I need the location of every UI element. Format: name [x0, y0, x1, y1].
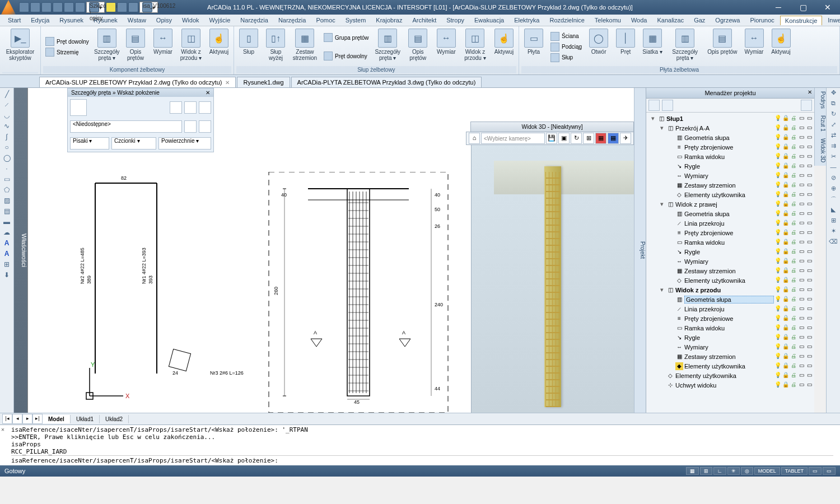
text-tool-icon[interactable]: A — [1, 238, 12, 248]
view3d-wire-icon[interactable]: ▦ — [608, 133, 619, 144]
view3d-orbit-icon[interactable]: ↻ — [571, 133, 582, 144]
cmd-close-icon[interactable]: ✕ — [1, 426, 4, 432]
explode-tool-icon[interactable]: ✶ — [828, 227, 839, 237]
fonts-select[interactable]: Czcionki ▾ — [111, 137, 156, 150]
qat-new-icon[interactable] — [19, 2, 29, 12]
bar-desc-button[interactable]: ▤Opis prętów — [123, 27, 148, 66]
front-view-button-2[interactable]: ◫Widok z przodu ▾ — [461, 27, 489, 66]
tree-row[interactable]: ▾◫Przekrój A-A💡🔒🖨▭▭ — [647, 123, 813, 133]
qat-save-icon[interactable] — [41, 2, 52, 12]
front-view-button[interactable]: ◫Widok z przodu ▾ — [178, 27, 204, 66]
tree-row[interactable]: ↔Wymiary💡🔒🖨▭▭ — [647, 342, 813, 352]
qat-bulb-icon[interactable] — [106, 2, 116, 12]
tree-row[interactable]: ↘Rygle💡🔒🖨▭▭ — [647, 247, 813, 256]
doc-tab[interactable]: Rysunek1.dwg — [237, 77, 290, 87]
camera-select[interactable]: <Wybierz kamerę> — [481, 133, 545, 144]
snap-toggle[interactable]: ▦ — [686, 467, 699, 475]
bar-button[interactable]: │Pręt — [613, 27, 638, 66]
menu-rozdzielnice[interactable]: Rozdzielnice — [545, 16, 589, 25]
erase-tool-icon[interactable]: ⌫ — [828, 238, 839, 248]
menu-edycja[interactable]: Edycja — [26, 16, 54, 25]
panel-mode3-icon[interactable] — [199, 101, 211, 114]
bar-details-button-3[interactable]: ▥Szczegóły pręta ▾ — [667, 27, 703, 66]
panel-preview-icon[interactable] — [70, 99, 87, 116]
dimension-button-2[interactable]: ↔Wymiar — [434, 27, 459, 66]
menu-woda[interactable]: Woda — [627, 16, 652, 25]
break-tool-icon[interactable]: ⊘ — [828, 174, 839, 184]
panel-mode1-icon[interactable] — [170, 101, 182, 114]
tree-row[interactable]: ▭Ramka widoku💡🔒🖨▭▭ — [647, 152, 813, 161]
tree-row[interactable]: ▾◫Słup1💡🔒🖨▭▭ — [647, 114, 813, 123]
minimize-button[interactable]: ─ — [766, 0, 791, 15]
join-tool-icon[interactable]: ⊕ — [828, 185, 839, 195]
layer-opt1-icon[interactable] — [184, 120, 197, 133]
menu-pomoc[interactable]: Pomoc — [311, 16, 339, 25]
any-bar-button-2[interactable]: Pręt dowolny — [323, 51, 370, 61]
tree-row[interactable]: ▾◫Widok z prawej💡🔒🖨▭▭ — [647, 199, 813, 209]
activate-button-3[interactable]: ☝Aktywuj — [769, 27, 794, 66]
slab-button[interactable]: ▭Płyta — [521, 27, 546, 66]
next-tab-icon[interactable]: ▸ — [22, 414, 32, 424]
menu-rysunek[interactable]: Rysunek — [55, 16, 88, 25]
surfaces-select[interactable]: Powierzchnie ▾ — [158, 137, 211, 150]
pm-filter-icon[interactable] — [801, 100, 812, 111]
copy-tool-icon[interactable]: ⧉ — [828, 100, 839, 110]
polyline-tool-icon[interactable]: ⟋ — [1, 100, 12, 110]
layout-tab[interactable]: Układ2 — [100, 415, 129, 423]
activate-button[interactable]: ☝Aktywuj — [207, 27, 231, 66]
tree-row[interactable]: ≡Pręty zbrojeniowe💡🔒🖨▭▭ — [647, 314, 813, 323]
pm-tool1-icon[interactable] — [648, 100, 660, 111]
tree-row[interactable]: ▾◫Widok z przodu💡🔒🖨▭▭ — [647, 285, 813, 295]
scale-tool-icon[interactable]: ⤢ — [828, 121, 839, 131]
drawing-canvas[interactable]: Szczegóły pręta » Wskaż położenie✕ <Nied… — [28, 88, 634, 413]
tree-row[interactable]: ▦Zestawy strzemion💡🔒🖨▭▭ — [647, 180, 813, 190]
workspace-combo[interactable]: Szkicowanie i opisy ▾ — [86, 2, 105, 13]
view3d-tab[interactable]: Widok 3D — [814, 135, 826, 166]
tree-row[interactable]: ▦Zestawy strzemion💡🔒🖨▭▭ — [647, 352, 813, 361]
stirrup-button[interactable]: Strzemię — [44, 47, 90, 57]
menu-architekt[interactable]: Architekt — [408, 16, 441, 25]
hatch-tool-icon[interactable]: ▨ — [1, 195, 12, 206]
insert-tool-icon[interactable]: ⬇ — [1, 270, 12, 280]
polar-toggle[interactable]: ✳ — [727, 467, 740, 475]
plan-tab[interactable]: Rzut 1 — [814, 112, 826, 135]
mesh-button[interactable]: ▦Siatka ▾ — [640, 27, 665, 66]
prev-tab-icon[interactable]: ◂ — [12, 414, 22, 424]
tree-row[interactable]: ↔Wymiary💡🔒🖨▭▭ — [647, 256, 813, 266]
qat-open-icon[interactable] — [30, 2, 40, 12]
layer-opt2-icon[interactable] — [199, 120, 211, 133]
extend-tool-icon[interactable]: — — [828, 164, 839, 174]
tree-row[interactable]: ▥Geometria słupa💡🔒🖨▭▭ — [647, 209, 813, 218]
layout-tab[interactable]: Układ1 — [71, 415, 100, 423]
curve-tool-icon[interactable]: ∿ — [1, 121, 12, 131]
qat-redo-icon[interactable] — [75, 2, 85, 12]
menu-kanalizac[interactable]: Kanalizac — [652, 16, 688, 25]
activate-button-2[interactable]: ☝Aktywuj — [492, 27, 516, 66]
pm-tool2-icon[interactable] — [662, 100, 673, 111]
maximize-button[interactable]: ▢ — [791, 0, 815, 15]
menu-opisy[interactable]: Opisy — [152, 16, 176, 25]
view3d-home-icon[interactable]: ⌂ — [469, 133, 480, 144]
layer-combo[interactable]: isa_V100612 ▾ — [139, 2, 158, 13]
panel-mode2-icon[interactable] — [184, 101, 197, 114]
tree-row[interactable]: ◇Elementy użytkownika💡🔒🖨▭▭ — [647, 371, 813, 380]
ortho-toggle[interactable]: ∟ — [713, 467, 726, 475]
tree-row[interactable]: ≡Pręty zbrojeniowe💡🔒🖨▭▭ — [647, 228, 813, 237]
bar-desc-button-3[interactable]: ▤Opis prętów — [705, 27, 739, 66]
status-opt1[interactable]: ▭ — [809, 467, 822, 475]
trim-tool-icon[interactable]: ✂ — [828, 153, 839, 163]
mirror-tool-icon[interactable]: ⇄ — [828, 132, 839, 142]
view3d-cube-icon[interactable]: ▣ — [558, 133, 570, 144]
beam-button[interactable]: Podciąg — [549, 42, 583, 52]
panel-close-icon[interactable]: ✕ — [206, 90, 210, 96]
bar-details-button[interactable]: ▥Szczegóły pręta ▾ — [94, 27, 120, 66]
project-side-tab[interactable]: Projekt — [634, 88, 646, 413]
menu-wstaw[interactable]: Wstaw — [123, 16, 151, 25]
rect-tool-icon[interactable]: ▭ — [1, 174, 12, 184]
tree-row[interactable]: ↔Wymiary💡🔒🖨▭▭ — [647, 171, 813, 180]
polygon-tool-icon[interactable]: ⬠ — [1, 185, 12, 195]
tree-row[interactable]: ◇Elementy użytkownika💡🔒🖨▭▭ — [647, 190, 813, 199]
close-button[interactable]: ✕ — [815, 0, 840, 15]
tree-row[interactable]: ↘Rygle💡🔒🖨▭▭ — [647, 161, 813, 171]
tree-row[interactable]: ⟋Linia przekroju💡🔒🖨▭▭ — [647, 304, 813, 314]
